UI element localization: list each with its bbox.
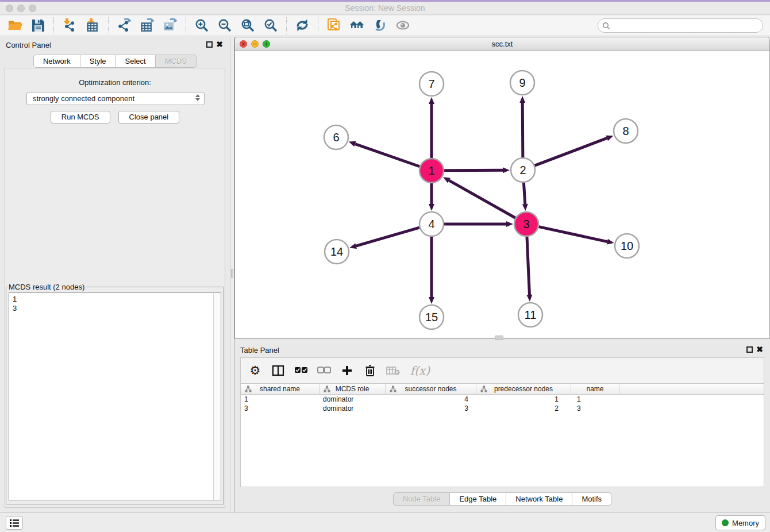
graph-edge-2-9[interactable] xyxy=(522,103,523,157)
clone-network-icon xyxy=(326,18,342,33)
tab-node-table[interactable]: Node Table xyxy=(393,492,451,506)
column-header-label: successor nodes xyxy=(405,385,456,393)
graph-node-14[interactable]: 14 xyxy=(325,240,349,264)
apply-layout-button[interactable] xyxy=(291,17,314,35)
show-details-eye-button[interactable] xyxy=(391,17,414,35)
graph-node-4[interactable]: 4 xyxy=(419,212,444,236)
open-session-button[interactable] xyxy=(3,17,26,35)
export-table-button[interactable] xyxy=(136,17,159,35)
table-cell[interactable]: 1 xyxy=(571,395,619,404)
graph-edge-1-6[interactable] xyxy=(355,144,419,167)
graph-edge-2-8[interactable] xyxy=(535,138,607,165)
run-mcds-button[interactable]: Run MCDS xyxy=(51,111,110,124)
import-table-button[interactable] xyxy=(81,17,104,35)
delete-table-button[interactable] xyxy=(386,363,401,378)
graph-node-2[interactable]: 2 xyxy=(511,158,535,182)
mcds-result-group: MCDS result (2 nodes) 1 3 xyxy=(6,283,224,504)
delete-column-button[interactable] xyxy=(363,363,378,378)
graph-edge-3-1[interactable] xyxy=(449,180,515,218)
graph-node-9[interactable]: 9 xyxy=(510,71,534,95)
tab-edge-table[interactable]: Edge Table xyxy=(450,492,506,506)
graph-node-1[interactable]: 1 xyxy=(419,159,444,183)
graph-node-11[interactable]: 11 xyxy=(518,303,542,327)
table-settings-button[interactable]: ⚙ xyxy=(248,363,263,378)
add-column-button[interactable] xyxy=(340,363,355,378)
export-image-button[interactable] xyxy=(159,17,182,35)
tab-network-table[interactable]: Network Table xyxy=(506,492,572,506)
graph-node-15[interactable]: 15 xyxy=(419,305,444,329)
graph-node-6[interactable]: 6 xyxy=(324,125,348,149)
search-input[interactable] xyxy=(610,20,763,32)
tab-mcds[interactable]: MCDS xyxy=(156,55,197,68)
table-cell[interactable]: 3 xyxy=(571,404,619,413)
table-cell[interactable]: dominator xyxy=(319,395,386,404)
graph-node-10[interactable]: 10 xyxy=(615,234,639,258)
table-row[interactable]: 1dominator411 xyxy=(241,395,764,404)
zoom-fit-button[interactable] xyxy=(236,17,259,35)
style-swoosh-button[interactable] xyxy=(368,17,391,35)
svg-text:7: 7 xyxy=(428,78,434,90)
float-table-panel-icon[interactable] xyxy=(746,346,753,353)
mcds-scrollbar[interactable] xyxy=(213,293,221,500)
graph-node-8[interactable]: 8 xyxy=(614,119,638,143)
table-cell[interactable]: 2 xyxy=(476,404,571,413)
graph-edge-3-11[interactable] xyxy=(527,237,529,295)
tab-select[interactable]: Select xyxy=(116,55,156,68)
table-cell[interactable]: dominator xyxy=(319,404,386,413)
graph-edge-4-14[interactable] xyxy=(356,228,419,246)
mcds-result-area[interactable]: 1 3 xyxy=(9,292,221,500)
close-panel-button[interactable]: Close panel xyxy=(118,111,180,124)
divider-grip[interactable] xyxy=(231,269,233,278)
column-header-MCDS-role[interactable]: MCDS role xyxy=(319,384,386,394)
table-cell[interactable]: 1 xyxy=(476,395,571,404)
network-graph[interactable]: 1234678910111415 xyxy=(235,51,769,338)
column-browser-button[interactable] xyxy=(271,363,286,378)
toolbar-divider xyxy=(318,17,318,34)
save-session-button[interactable] xyxy=(26,17,49,35)
horizontal-divider-grip[interactable] xyxy=(495,336,503,340)
close-panel-icon[interactable]: ✖ xyxy=(216,40,223,49)
graph-node-7[interactable]: 7 xyxy=(419,72,444,96)
memory-button[interactable]: Memory xyxy=(715,515,765,530)
task-history-button[interactable] xyxy=(6,516,23,530)
svg-text:15: 15 xyxy=(425,311,438,323)
table-tabs: Node TableEdge TableNetwork TableMotifs xyxy=(234,492,770,506)
deselect-all-button[interactable] xyxy=(317,363,332,378)
tab-motifs[interactable]: Motifs xyxy=(572,492,611,506)
graph-edge-1-2[interactable] xyxy=(444,170,503,171)
table-cell[interactable]: 1 xyxy=(241,395,319,404)
table-cell[interactable]: 3 xyxy=(241,404,319,413)
zoom-in-button[interactable] xyxy=(190,17,213,35)
tab-network[interactable]: Network xyxy=(33,55,80,68)
table-cell[interactable]: 4 xyxy=(386,395,476,404)
column-type-icon xyxy=(390,385,396,392)
network-canvas[interactable]: 1234678910111415 xyxy=(235,51,769,338)
table-panel-header: Table Panel ✖ xyxy=(234,342,770,358)
table-row[interactable]: 3dominator323 xyxy=(241,404,764,413)
column-header-name[interactable]: name xyxy=(571,384,619,394)
search-field[interactable] xyxy=(598,18,763,33)
column-header-shared-name[interactable]: shared name xyxy=(241,384,319,394)
column-header-predecessor-nodes[interactable]: predecessor nodes xyxy=(476,384,571,394)
graph-edge-3-10[interactable] xyxy=(538,227,607,242)
column-header-successor-nodes[interactable]: successor nodes xyxy=(386,384,476,394)
criterion-dropdown[interactable]: strongly connected component xyxy=(26,92,205,105)
panel-divider[interactable] xyxy=(230,37,234,512)
export-network-button[interactable] xyxy=(113,17,136,35)
select-all-button[interactable] xyxy=(294,363,309,378)
import-network-button[interactable] xyxy=(58,17,81,35)
control-panel-tabs: NetworkStyleSelectMCDS xyxy=(0,55,230,68)
application-window: Session: New Session Control Panel ✖ Net… xyxy=(0,0,770,532)
function-builder-button[interactable]: f(x) xyxy=(409,363,432,378)
network-titlebar[interactable]: × − + scc.txt xyxy=(235,37,769,51)
tab-style[interactable]: Style xyxy=(80,55,116,68)
table-cell[interactable]: 3 xyxy=(386,404,476,413)
close-table-panel-icon[interactable]: ✖ xyxy=(756,345,763,354)
graph-edge-2-3[interactable] xyxy=(523,183,525,204)
zoom-selected-button[interactable] xyxy=(259,17,282,35)
home-network-button[interactable] xyxy=(345,17,368,35)
clone-network-button[interactable] xyxy=(322,17,345,35)
float-panel-icon[interactable] xyxy=(206,41,213,48)
graph-node-3[interactable]: 3 xyxy=(514,212,538,236)
zoom-out-button[interactable] xyxy=(213,17,236,35)
